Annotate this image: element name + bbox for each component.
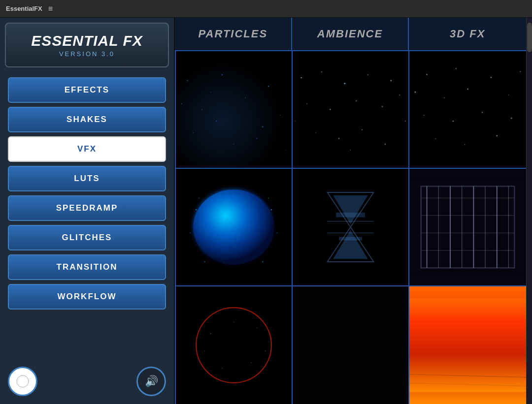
svg-point-58 (199, 198, 200, 199)
svg-point-52 (196, 209, 197, 210)
svg-point-27 (315, 132, 316, 133)
svg-point-44 (453, 121, 454, 122)
svg-point-6 (268, 86, 269, 87)
svg-point-12 (210, 92, 211, 93)
nav-btn-glitches[interactable]: GLITCHES (8, 225, 166, 250)
svg-point-23 (330, 109, 331, 110)
nav-btn-vfx[interactable]: VFX (8, 136, 166, 162)
svg-point-41 (467, 89, 468, 90)
svg-point-89 (204, 351, 205, 351)
thumb-cell-2-1[interactable] (176, 169, 293, 286)
svg-point-29 (362, 129, 363, 130)
nav-buttons: EFFECTS SHAKES VFX LUTS SPEEDRAMP GLITCH… (5, 74, 169, 362)
logo-version: VERSION 3.0 (16, 50, 158, 58)
particles-vis-1 (176, 51, 292, 168)
svg-point-56 (204, 261, 205, 262)
col-header-3dfx: 3D FX (409, 18, 526, 50)
main-layout: ESSENTIAL FX VERSION 3.0 EFFECTS SHAKES … (0, 18, 532, 404)
svg-point-3 (201, 109, 202, 110)
svg-point-25 (382, 106, 383, 107)
grid-lines-vis (409, 169, 526, 285)
svg-point-57 (262, 261, 263, 262)
svg-point-53 (271, 209, 272, 210)
svg-rect-82 (176, 299, 292, 392)
content-area: PARTICLES AMBIENCE 3D FX (175, 18, 526, 404)
svg-point-17 (300, 77, 301, 78)
svg-point-2 (187, 80, 188, 81)
svg-rect-67 (339, 237, 362, 240)
speaker-icon: 🔊 (145, 375, 158, 388)
svg-point-28 (338, 138, 339, 139)
nav-btn-speedramp[interactable]: SPEEDRAMP (8, 195, 166, 221)
dark-plain-vis (293, 286, 408, 404)
svg-point-59 (268, 198, 269, 199)
particles-vis-3 (409, 51, 526, 168)
svg-point-15 (286, 150, 286, 150)
nav-btn-workflow[interactable]: WORKFLOW (8, 284, 166, 310)
scrollbar-thumb[interactable] (527, 23, 532, 52)
app-title: EssentialFX (6, 5, 42, 12)
svg-point-46 (511, 118, 512, 119)
svg-point-4 (222, 74, 223, 76)
dark-circle-vis (176, 286, 292, 404)
thumb-cell-3-2[interactable] (293, 286, 409, 404)
sidebar: ESSENTIAL FX VERSION 3.0 EFFECTS SHAKES … (0, 18, 175, 404)
col-header-particles: PARTICLES (175, 18, 292, 50)
svg-point-33 (350, 150, 351, 150)
svg-point-87 (251, 362, 251, 363)
svg-rect-66 (336, 213, 365, 217)
nav-btn-effects[interactable]: EFFECTS (8, 77, 166, 103)
svg-point-5 (245, 97, 246, 98)
svg-point-54 (190, 232, 191, 233)
nav-btn-shakes[interactable]: SHAKES (8, 107, 166, 132)
column-headers: PARTICLES AMBIENCE 3D FX (175, 18, 526, 51)
logo-box: ESSENTIAL FX VERSION 3.0 (5, 23, 169, 67)
svg-point-8 (216, 121, 217, 122)
svg-rect-16 (293, 63, 408, 156)
svg-point-26 (399, 94, 400, 95)
thumb-cell-1-2[interactable] (293, 51, 409, 169)
scrollbar[interactable] (526, 18, 532, 404)
title-bar: EssentialFX ≡ (0, 0, 532, 18)
svg-point-11 (280, 115, 281, 116)
svg-point-55 (277, 232, 278, 233)
thumb-cell-3-3[interactable] (409, 286, 526, 404)
svg-point-13 (256, 138, 257, 139)
blue-orb-vis (176, 169, 292, 285)
thumb-cell-3-1[interactable] (176, 286, 293, 404)
svg-point-42 (508, 94, 509, 95)
svg-point-49 (497, 135, 498, 136)
svg-rect-92 (409, 299, 526, 392)
svg-point-88 (233, 322, 234, 323)
svg-point-36 (456, 68, 457, 69)
svg-rect-34 (409, 63, 526, 156)
svg-point-32 (405, 121, 406, 122)
thumb-cell-1-3[interactable] (409, 51, 526, 169)
circle-icon (15, 374, 30, 389)
svg-point-40 (444, 97, 445, 98)
particles-vis-2 (293, 51, 408, 168)
svg-point-84 (210, 333, 211, 334)
nav-btn-luts[interactable]: LUTS (8, 166, 166, 191)
svg-point-43 (424, 115, 425, 116)
nav-btn-transition[interactable]: TRANSITION (8, 254, 166, 280)
svg-rect-91 (293, 299, 408, 392)
svg-point-86 (222, 368, 223, 369)
circle-button[interactable] (8, 367, 37, 396)
thumb-cell-2-2[interactable] (293, 169, 409, 286)
thumb-cell-2-3[interactable] (409, 169, 526, 286)
svg-point-47 (435, 138, 436, 139)
glitch-vis (293, 169, 408, 285)
col-header-ambience: AMBIENCE (292, 18, 409, 50)
speaker-button[interactable]: 🔊 (136, 367, 166, 396)
svg-point-20 (367, 74, 368, 75)
svg-point-51 (193, 189, 274, 265)
svg-point-37 (490, 77, 492, 78)
menu-icon[interactable]: ≡ (48, 4, 53, 13)
svg-point-39 (415, 92, 416, 93)
thumb-cell-1-1[interactable] (176, 51, 293, 169)
svg-rect-1 (176, 63, 292, 156)
svg-point-7 (193, 132, 194, 133)
svg-point-85 (257, 328, 257, 328)
orange-gradient-vis (409, 286, 526, 404)
